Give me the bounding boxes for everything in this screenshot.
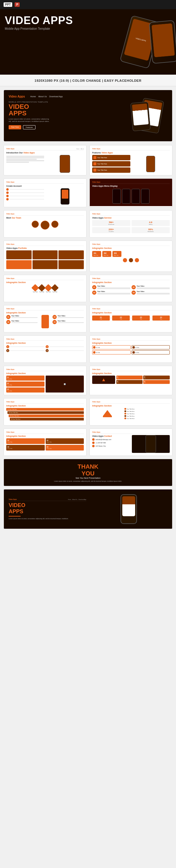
slide-intro-nav-links: Home About — [76, 148, 84, 150]
feature-item-1: Your Title Here — [92, 155, 130, 160]
diamond-item-2: Your Title — [39, 285, 45, 292]
num-line-4b — [136, 294, 170, 294]
infographic-9-icon: ▲ — [101, 377, 106, 382]
stat-label-2: Rating — [132, 224, 169, 225]
infographic-11-dot-1 — [124, 408, 126, 410]
lp-nav-download[interactable]: Download App — [49, 95, 62, 97]
slide-contact-right — [132, 435, 170, 453]
portfolio-item-3 — [58, 250, 84, 259]
infographic-8-box-3-text: Your Title — [7, 390, 44, 392]
slide-infographic-5-inner: Video Apps Infographic Section 01 Title … — [90, 305, 172, 332]
slide-menu-display: Video Apps Video Apps Menu Display — [90, 178, 172, 207]
lp-features-button[interactable]: Features — [23, 125, 35, 129]
text-line-4 — [6, 160, 44, 161]
infographic-8-chart: 📊 — [46, 376, 84, 393]
slide-portfolio-accent: Portfolio — [18, 247, 27, 249]
slide-intro-text-lines — [6, 156, 44, 163]
num-content-4-3: Your Video — [57, 315, 84, 318]
diamond-item-4: Your Title — [52, 285, 57, 292]
infographic-11-dot-4 — [124, 415, 126, 417]
account-line-2 — [10, 192, 44, 193]
slide-team-inner: Video Apps Meet Our Team — [4, 211, 86, 237]
slide-create-logo: Video Apps — [6, 181, 14, 183]
infographic-num-1: 01 — [94, 252, 100, 254]
infographic-9-item-4: 04 Title — [143, 380, 170, 384]
large-preview-inner: Video Apps Home About Us Download App Mo… — [4, 90, 172, 141]
slide-infographic-9-accent: Infographic Section — [92, 372, 111, 374]
thankyou-desc: Lorem ipsum dolor sit amet, consectetur … — [54, 480, 122, 482]
num-line-4-4 — [57, 322, 84, 323]
lp-title-line1: VIDEO — [9, 103, 86, 110]
slide-features-layout: Your Title Here Your Title Here Your Tit… — [92, 155, 170, 173]
lp-logo: Video Apps — [9, 95, 25, 98]
slide-infographic-9-inner: Video Apps Infographic Section ▲ 01 Titl… — [90, 366, 172, 393]
slide-contact-accent: Contact — [104, 435, 112, 437]
slide-infographic-6-items-left: 01 02 — [6, 345, 45, 352]
thankyou-sub: See You Next Presentation — [75, 477, 101, 479]
lp-nav-home[interactable]: Home — [30, 95, 36, 97]
slide-contact-items: website@videoapp.com +1 234 567 890 123 … — [92, 438, 130, 447]
slide-infographic-6-items-right: 03 04 — [46, 345, 84, 352]
team-avatar-1 — [32, 221, 39, 228]
num-item-4: 04 Your Video — [131, 290, 170, 295]
infographic-6-line-2 — [10, 350, 45, 351]
infographic-12-item-1: 01 Your Title — [6, 438, 45, 444]
team-avatar-3 — [51, 221, 58, 228]
slide-infographic-9-grid: 01 Title 02 Title 03 Title — [116, 376, 170, 384]
slide-infographic-2-title: Infographic Section — [6, 281, 84, 283]
thankyou-wrapper: THANKYOU See You Next Presentation Lorem… — [4, 459, 172, 486]
slide-infographic-1-items: 01 App Title 02 App Title 03 App Title — [92, 251, 170, 257]
num-lines-2 — [136, 287, 170, 289]
menu-phone-2 — [122, 189, 130, 204]
slide-intro: Video Apps Home About Introduction Our V… — [4, 145, 86, 176]
lp-start-button[interactable]: Start Now — [9, 125, 21, 129]
final-slide-wrapper: Video Apps Home About Us Download App VI… — [4, 489, 172, 529]
slide-final-nav-download: Download App — [78, 499, 86, 500]
num-item-4-1: 01 Your Video — [6, 315, 37, 319]
slide-team-avatars — [6, 221, 84, 229]
slide-portfolio-grid — [6, 250, 84, 269]
slide-infographic-6: Video Apps Infographic Section 01 02 — [4, 335, 86, 363]
slide-infographic-8-inner: Video Apps Infographic Section 01 Your T… — [4, 366, 86, 395]
feature-item-2: Your Title Here — [92, 161, 130, 166]
num-line-1b — [97, 288, 130, 289]
large-preview-slide: Video Apps Home About Us Download App Mo… — [4, 90, 172, 142]
slide-infographic-6-title: Infographic Section — [6, 342, 84, 344]
slide-infographic-2-nav: Video Apps — [6, 277, 84, 280]
slide-intro-left — [6, 155, 44, 173]
slide-contact-left: Video Apps Contact website@videoapp.com … — [92, 435, 130, 453]
slide-menu-inner: Video Apps Video Apps Menu Display — [90, 179, 172, 206]
num-circle-4-2: 02 — [6, 320, 10, 324]
infographic-7-text-1: 01 Title — [96, 347, 100, 348]
h-flow-text-3: Title — [133, 318, 149, 320]
slide-infographic-3: Video Apps Infographic Section 01 Your V… — [90, 275, 172, 302]
account-dot-3 — [6, 195, 9, 197]
account-item-2 — [6, 191, 44, 194]
slide-features-logo: Video Apps — [92, 148, 100, 150]
lp-nav-about[interactable]: About Us — [38, 95, 47, 97]
h-flow-arrow-2: › — [131, 317, 131, 319]
slide-menu-title: Video Apps Menu Display — [92, 185, 170, 187]
num-circle-4-1: 01 — [6, 315, 10, 319]
slide-portfolio-title: Video Apps Portfolio — [6, 247, 84, 249]
slide-final-nav: Video Apps Home About Us Download App — [9, 498, 86, 501]
num-lines-4 — [136, 293, 170, 294]
infographic-9-item-2: 02 Title — [143, 376, 170, 379]
infographic-6-line-1 — [10, 346, 45, 347]
infographic-6-line-4 — [49, 350, 84, 351]
infographic-9-text-4: Title — [144, 382, 169, 383]
slide-infographic-11-title: Infographic Section — [92, 405, 170, 407]
lp-phone-2 — [130, 102, 151, 131]
slide-infographic-12: Video Apps Infographic Section 01 Your T… — [4, 429, 86, 456]
slide-features-items: Your Title Here Your Title Here Your Tit… — [92, 155, 130, 173]
tree-trunk — [103, 416, 112, 417]
team-avatar-main — [41, 221, 50, 229]
num-item-3: 03 Your Video — [92, 290, 130, 295]
slide-infographic-1: Video Apps Infographic Section 01 App Ti… — [90, 241, 172, 272]
slide-features-accent: Video Apps — [101, 152, 113, 154]
slide-intro-phone — [60, 155, 70, 173]
infographic-11-dot-3 — [124, 413, 126, 414]
num-title-1: Your Video — [97, 285, 130, 287]
infographic-9-item-1: 01 Title — [116, 376, 143, 379]
slide-infographic-4-center-shape — [42, 315, 49, 328]
